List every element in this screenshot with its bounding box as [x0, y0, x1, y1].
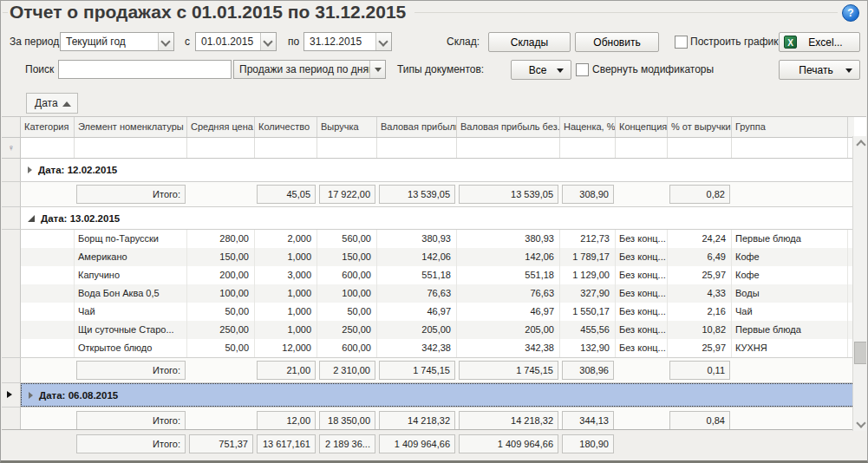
cell-gross-profit-wo: 46,97 — [457, 303, 560, 321]
column-header-concept[interactable]: Концепция — [616, 117, 668, 137]
cell-category — [21, 321, 75, 339]
expand-collapsed-icon[interactable] — [28, 166, 32, 173]
doc-types-dropdown[interactable]: Все — [511, 60, 571, 80]
cell-revenue: 50,00 — [317, 303, 377, 321]
combo-arrow-button[interactable] — [158, 33, 173, 50]
row-indicator-cell — [2, 207, 21, 229]
cell-gross-profit: 380,93 — [377, 230, 457, 248]
combo-arrow-button[interactable] — [369, 61, 385, 78]
totals-revenue: 18 350,00 — [319, 411, 375, 430]
cell-avg-price: 100,00 — [187, 284, 255, 303]
combo-arrow-button[interactable] — [260, 33, 276, 50]
group-row-date: Дата: 12.02.2015 — [2, 159, 854, 181]
scroll-up-button[interactable] — [853, 136, 866, 150]
table-row[interactable]: Американо 150,00 1,000 150,00 142,06 142… — [2, 248, 854, 266]
group-row-label: Дата: 13.02.2015 — [41, 208, 120, 229]
cell-concept: Без конц... — [616, 303, 668, 321]
filter-cell[interactable] — [255, 138, 317, 158]
grand-total-gross-profit-wo: 1 409 964,66 — [459, 434, 558, 453]
cell-markup: 327,90 — [560, 284, 616, 303]
column-header-pct-revenue[interactable]: % от выручки — [668, 117, 732, 137]
row-indicator-header — [2, 117, 21, 137]
refresh-button[interactable]: Обновить — [575, 32, 659, 52]
warehouses-button[interactable]: Склады — [488, 32, 571, 52]
filter-cell[interactable] — [668, 138, 732, 158]
search-input[interactable] — [58, 60, 232, 79]
cell-markup: 1 129,00 — [560, 266, 616, 284]
report-mode-combobox[interactable]: Продажи за период по дням — [233, 60, 386, 79]
totals-gross-profit-wo: 13 539,05 — [459, 185, 558, 204]
totals-gross-profit: 1 745,15 — [379, 361, 455, 380]
date-from-combobox[interactable]: 01.01.2015 — [195, 32, 277, 51]
cell-revenue: 250,00 — [317, 321, 377, 339]
filter-cell[interactable] — [187, 138, 255, 158]
scrollbar-thumb[interactable] — [854, 342, 866, 364]
print-button[interactable]: Печать — [779, 60, 860, 80]
column-header-category[interactable]: Категория — [21, 117, 75, 137]
group-row-toggle[interactable]: Дата: 06.08.2015 — [21, 383, 854, 407]
cell-revenue: 560,00 — [317, 230, 377, 248]
cell-item: Американо — [75, 248, 187, 266]
column-header-item[interactable]: Элемент номенклатуры — [75, 117, 187, 137]
table-row[interactable]: Щи суточные Старо... 250,00 1,000 250,00… — [2, 321, 854, 339]
chevron-down-icon — [160, 36, 170, 46]
expand-collapsed-icon[interactable] — [29, 392, 33, 399]
cell-avg-price: 50,00 — [187, 303, 255, 321]
cell-pct-revenue: 6,49 — [668, 248, 732, 266]
totals-label: Итого: — [76, 361, 186, 380]
filter-cell[interactable] — [377, 138, 457, 158]
column-header-markup[interactable]: Наценка, % — [560, 117, 616, 137]
expand-expanded-icon[interactable] — [28, 215, 35, 222]
group-by-chip-date[interactable]: Дата — [26, 93, 78, 114]
filter-cell[interactable] — [75, 138, 187, 158]
group-row-toggle[interactable]: Дата: 12.02.2015 — [21, 159, 854, 181]
table-row[interactable]: Открытое блюдо 50,00 12,000 600,00 342,3… — [2, 339, 854, 357]
cell-revenue: 150,00 — [317, 248, 377, 266]
cell-gross-profit-wo: 380,93 — [457, 230, 560, 248]
excel-button[interactable]: X Excel... — [779, 32, 860, 52]
filter-cell[interactable] — [560, 138, 616, 158]
vertical-scrollbar[interactable] — [852, 136, 866, 431]
table-row[interactable]: Борщ по-Тарусски 280,00 2,000 560,00 380… — [2, 230, 854, 248]
table-row[interactable]: Чай 50,00 1,000 50,00 46,97 46,97 1 550,… — [2, 303, 854, 321]
column-header-gross-profit-wo[interactable]: Валовая прибыль без... — [457, 117, 560, 137]
group-totals-row: Итого: 45,05 17 922,00 13 539,05 13 539,… — [2, 181, 854, 207]
filter-cell[interactable] — [616, 138, 668, 158]
cell-group: Первые блюда — [732, 321, 848, 339]
scroll-down-button[interactable] — [853, 417, 866, 431]
build-chart-checkbox[interactable] — [675, 36, 688, 49]
filter-cell[interactable] — [317, 138, 377, 158]
table-row[interactable]: Капучино 200,00 3,000 600,00 551,18 551,… — [2, 266, 854, 284]
period-combobox[interactable]: Текущий год — [60, 32, 174, 51]
column-header-group[interactable]: Группа — [732, 117, 848, 137]
help-icon[interactable]: ? — [842, 4, 859, 22]
cell-category — [21, 266, 75, 284]
collapse-modifiers-checkbox[interactable] — [576, 63, 589, 76]
filter-cell[interactable] — [21, 138, 75, 158]
column-header-filler — [848, 117, 855, 137]
group-row-toggle[interactable]: Дата: 13.02.2015 — [21, 207, 854, 229]
date-to-combobox[interactable]: 31.12.2015 — [303, 32, 392, 51]
cell-markup: 1 789,17 — [560, 248, 616, 266]
column-header-quantity[interactable]: Количество — [255, 117, 317, 137]
triangle-down-icon — [557, 68, 564, 73]
current-row-arrow-icon — [7, 391, 12, 398]
column-header-gross-profit[interactable]: Валовая прибыль — [377, 117, 457, 137]
row-indicator-cell — [2, 339, 21, 357]
combo-arrow-button[interactable] — [375, 33, 391, 50]
cell-pct-revenue: 2,16 — [668, 303, 732, 321]
filter-cell[interactable] — [732, 138, 848, 158]
cell-avg-price: 50,00 — [187, 339, 255, 357]
column-header-avg-price[interactable]: Средняя цена — [187, 117, 255, 137]
filter-cell[interactable] — [457, 138, 560, 158]
cell-pct-revenue: 10,82 — [668, 321, 732, 339]
column-header-revenue[interactable]: Выручка — [317, 117, 377, 137]
totals-gross-profit: 14 218,32 — [379, 411, 455, 430]
cell-quantity: 1,000 — [255, 321, 317, 339]
table-row[interactable]: Вода Бон Аква 0,5 100,00 1,000 100,00 76… — [2, 284, 854, 303]
totals-pct-revenue: 0,82 — [669, 185, 730, 204]
cell-gross-profit-wo: 342,38 — [457, 339, 560, 357]
cell-quantity: 1,000 — [255, 248, 317, 266]
grand-total-bar: Итого: 751,37 13 617,161 2 189 36... 1 4… — [2, 429, 866, 460]
group-row-date: Дата: 13.02.2015 — [2, 207, 854, 230]
